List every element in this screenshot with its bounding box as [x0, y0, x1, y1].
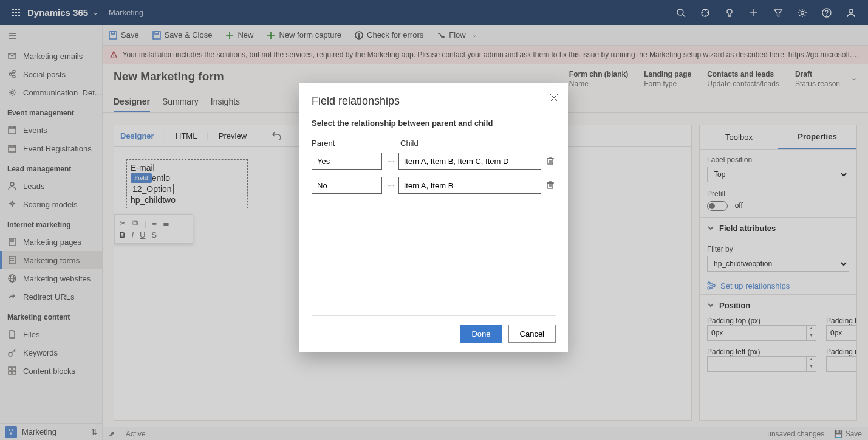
field-relationships-dialog: Field relationships Select the relations… — [299, 83, 568, 352]
delete-icon[interactable] — [546, 156, 556, 166]
parent-input[interactable] — [312, 177, 382, 194]
child-column-header: Child — [400, 139, 556, 148]
delete-icon[interactable] — [546, 180, 556, 190]
child-input[interactable] — [398, 153, 541, 170]
child-input[interactable] — [398, 177, 541, 194]
relationship-row: ······ — [312, 177, 556, 194]
svg-rect-57 — [548, 159, 553, 164]
done-button[interactable]: Done — [460, 325, 502, 343]
relationship-row: ······ — [312, 153, 556, 170]
close-icon[interactable] — [550, 94, 558, 104]
cancel-button[interactable]: Cancel — [508, 325, 556, 343]
dialog-title: Field relationships — [312, 95, 556, 108]
parent-column-header: Parent — [312, 139, 382, 148]
svg-rect-62 — [548, 183, 553, 188]
parent-input[interactable] — [312, 153, 382, 170]
connector-icon: ······ — [387, 182, 394, 189]
dialog-subtitle: Select the relationship between parent a… — [312, 119, 556, 128]
connector-icon: ······ — [387, 158, 394, 165]
